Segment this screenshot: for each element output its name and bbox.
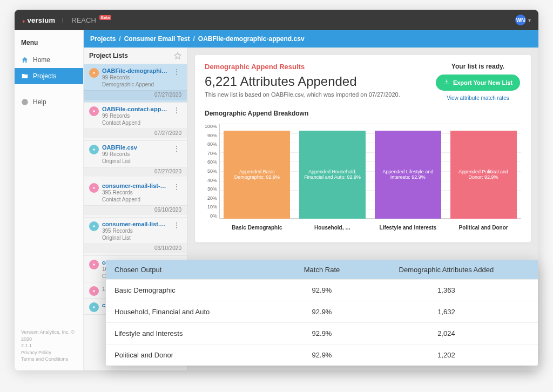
file-name[interactable]: consumer-email-list-c… [102, 183, 168, 189]
kebab-icon[interactable]: ⋮ [172, 67, 181, 76]
plot-area: Appended Basic Demographic: 92.9%Basic D… [219, 121, 521, 235]
file-type-icon [89, 145, 99, 154]
file-name[interactable]: OABFile-contact-appe… [102, 106, 168, 112]
crumb-separator: / [119, 35, 120, 43]
td-output: Political and Donor [114, 351, 280, 359]
file-name[interactable]: consumer-email-list.csv [102, 221, 168, 227]
file-type-icon [89, 106, 99, 116]
y-tick: 30% [205, 186, 217, 192]
list-item[interactable]: OABFile-contact-appe…99 RecordsContact A… [84, 103, 187, 141]
results-title: Demographic Append Results [205, 63, 400, 71]
star-icon[interactable] [174, 52, 181, 59]
crumb-file[interactable]: OABFile-demographic-append.csv [198, 35, 305, 43]
td-output: Lifestyle and Interests [114, 329, 280, 337]
kebab-icon[interactable]: ⋮ [172, 106, 181, 114]
svg-point-5 [93, 225, 95, 227]
file-date: 06/10/2020 [84, 244, 187, 253]
crumb-separator: / [193, 35, 195, 43]
user-menu[interactable]: WN ▾ [515, 15, 531, 25]
file-meta: 99 Records [102, 112, 168, 119]
kebab-icon[interactable]: ⋮ [172, 221, 181, 229]
file-meta: Contact Append [102, 196, 168, 203]
topbar: versium | REACH Beta WN ▾ [15, 10, 538, 30]
file-meta: Demographic Append [102, 81, 168, 88]
footer-copyright: Versium Analytics, Inc. © 2020 [21, 329, 77, 342]
th-attributes-added: Demographic Attributes Added [363, 266, 529, 274]
home-icon [21, 56, 29, 64]
bar[interactable]: Appended Political and Donor: 92.9% [450, 131, 517, 219]
menu-title: Menu [15, 36, 83, 52]
file-date: 07/27/2020 [84, 90, 187, 100]
bar[interactable]: Appended Basic Demographic: 92.9% [224, 131, 290, 219]
table-header-row: Chosen Output Match Rate Demographic Att… [106, 260, 538, 279]
svg-point-0 [22, 99, 28, 105]
project-list-title: Project Lists [89, 52, 128, 59]
sidebar-item-label: Projects [33, 72, 56, 80]
td-output: Basic Demographic [114, 286, 280, 294]
y-tick: 40% [205, 178, 217, 183]
file-meta: Contact Append [102, 119, 168, 126]
brand-main: versium [27, 16, 55, 24]
y-tick: 20% [205, 195, 217, 201]
svg-point-8 [93, 306, 95, 308]
results-card: Demographic Append Results 6,221 Attribu… [195, 55, 531, 242]
sidebar-item-label: Home [33, 56, 50, 64]
footer-terms[interactable]: Terms and Conditions [21, 356, 77, 363]
sidebar-item-projects[interactable]: Projects [15, 68, 83, 84]
bars: Appended Basic Demographic: 92.9%Basic D… [219, 124, 521, 219]
y-axis: 100%90%80%70%60%50%40%30%20%10%0% [205, 124, 219, 219]
td-attributes: 1,363 [363, 286, 529, 294]
sidebar-item-help[interactable]: Help [15, 94, 83, 110]
x-tick: Lifestyle and Interests [375, 225, 441, 231]
results-note: This new list is based on OABFile.csv, w… [205, 91, 400, 98]
svg-point-1 [93, 72, 95, 73]
sidebar-item-label: Help [33, 98, 46, 106]
file-name[interactable]: OABFile.csv [102, 144, 168, 151]
crumb-project[interactable]: Consumer Email Test [124, 35, 190, 43]
td-output: Household, Financial and Auto [114, 308, 280, 316]
file-meta: 99 Records [102, 74, 168, 81]
svg-point-2 [93, 110, 95, 112]
footer-version: 2.1.1 [21, 342, 77, 349]
y-tick: 0% [205, 213, 217, 219]
ready-text: Your list is ready. [435, 63, 521, 70]
kebab-icon[interactable]: ⋮ [172, 183, 181, 191]
list-item[interactable]: consumer-email-list.csv395 RecordsOrigin… [84, 218, 187, 256]
help-icon [21, 98, 29, 106]
svg-point-4 [93, 187, 95, 188]
svg-point-3 [93, 148, 95, 150]
sidebar-item-home[interactable]: Home [15, 52, 83, 68]
brand: versium | REACH Beta [22, 15, 111, 25]
bar[interactable]: Appended Household, Financial and Auto: … [299, 131, 366, 219]
breakdown-chart: 100%90%80%70%60%50%40%30%20%10%0% Append… [205, 121, 521, 235]
chevron-down-icon: ▾ [528, 17, 531, 23]
file-meta: 395 Records [102, 189, 168, 196]
breadcrumb: Projects / Consumer Email Test / OABFile… [84, 30, 538, 48]
view-match-rates-link[interactable]: View attribute match rates [435, 95, 521, 101]
list-item[interactable]: consumer-email-list-c…395 RecordsContact… [84, 179, 187, 218]
y-tick: 60% [205, 159, 217, 165]
table-row: Basic Demographic92.9%1,363 [106, 279, 538, 301]
brand-beta: Beta [99, 15, 111, 20]
td-attributes: 1,202 [363, 351, 529, 359]
export-button[interactable]: Export Your New List [436, 75, 520, 91]
bar[interactable]: Appended Lifestyle and Interests: 92.9% [375, 131, 441, 219]
file-date: 07/27/2020 [84, 167, 187, 177]
sidebar: Menu Home Projects Help Versium Analytic… [15, 30, 84, 370]
export-button-label: Export Your New List [453, 79, 512, 86]
td-match-rate: 92.9% [280, 351, 363, 359]
file-date: 07/27/2020 [84, 129, 187, 138]
y-tick: 10% [205, 204, 217, 209]
list-item[interactable]: OABFile-demographic…99 RecordsDemographi… [84, 64, 187, 103]
list-item[interactable]: OABFile.csv99 RecordsOriginal List⋮07/27… [84, 141, 187, 179]
crumb-projects[interactable]: Projects [90, 35, 116, 43]
file-name[interactable]: OABFile-demographic… [102, 67, 168, 74]
file-type-icon [89, 183, 99, 193]
download-icon [443, 79, 450, 86]
file-type-icon [89, 68, 99, 78]
file-type-icon [89, 286, 99, 296]
kebab-icon[interactable]: ⋮ [172, 144, 181, 153]
footer-privacy[interactable]: Privacy Policy [21, 349, 77, 356]
td-attributes: 1,632 [363, 308, 529, 316]
brand-sub: REACH [71, 16, 96, 24]
